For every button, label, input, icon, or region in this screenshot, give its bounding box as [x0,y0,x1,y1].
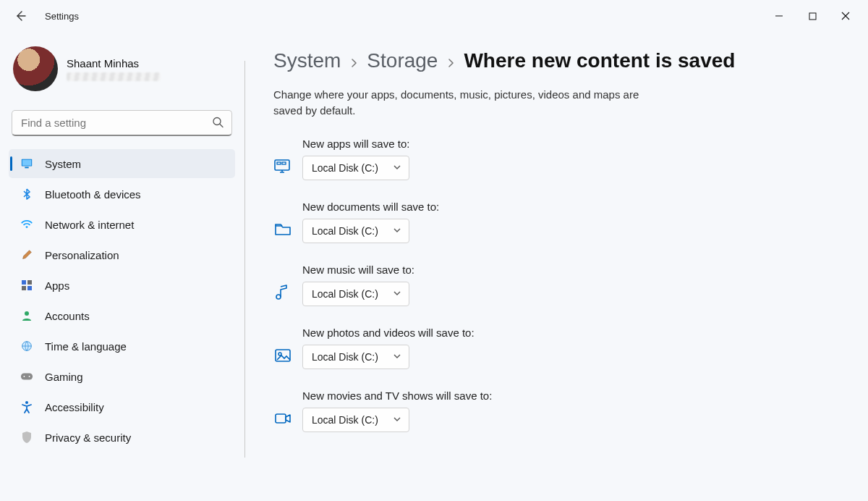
sidebar-item-gaming[interactable]: Gaming [9,362,235,391]
apps-icon [20,279,33,292]
monitor-icon [20,157,33,170]
minimize-icon [775,12,783,20]
window-controls [762,4,862,28]
svg-rect-16 [275,160,289,170]
brush-icon [20,248,33,261]
sidebar-item-accounts[interactable]: Accounts [9,301,235,330]
minimize-button[interactable] [762,4,796,28]
sidebar-item-personalization[interactable]: Personalization [9,240,235,269]
sidebar-item-label: Gaming [45,371,83,383]
select-new-movies[interactable]: Local Disk (C:) [302,408,409,432]
picture-icon [273,346,292,365]
chevron-down-icon [393,288,401,300]
maximize-icon [809,12,817,20]
sidebar-item-bluetooth[interactable]: Bluetooth & devices [9,180,235,209]
sidebar-item-apps[interactable]: Apps [9,271,235,300]
svg-rect-22 [276,414,286,423]
app-title: Settings [45,11,79,22]
setting-new-music: New music will save to: Local Disk (C:) [273,264,839,306]
sidebar-item-label: System [45,158,81,170]
chevron-down-icon [393,414,401,426]
sidebar-item-label: Time & language [45,340,127,353]
page-title: Where new content is saved [464,49,735,72]
select-new-music[interactable]: Local Disk (C:) [302,282,409,306]
accessibility-icon [20,400,33,413]
close-icon [841,12,850,20]
content-divider [244,61,245,458]
setting-new-apps: New apps will save to: Local Disk (C:) [273,138,839,180]
svg-point-1 [213,118,221,125]
page-description: Change where your apps, documents, music… [273,87,650,119]
select-new-apps[interactable]: Local Disk (C:) [302,156,409,180]
titlebar: Settings [0,0,868,32]
select-new-photos[interactable]: Local Disk (C:) [302,345,409,369]
svg-rect-8 [22,286,26,290]
svg-rect-17 [277,162,281,164]
sidebar-item-label: Accessibility [45,401,104,413]
sidebar: Shaant Minhas System Bluetooth & devi [0,32,244,501]
sidebar-item-label: Apps [45,279,69,292]
svg-rect-7 [27,280,32,285]
svg-rect-3 [22,160,32,166]
setting-label: New music will save to: [302,264,414,276]
content-area: System Storage Where new content is save… [244,32,868,501]
sidebar-item-time[interactable]: Time & language [9,332,235,361]
svg-rect-0 [809,13,816,20]
wifi-icon [20,218,33,231]
svg-point-5 [26,226,28,228]
select-value: Local Disk (C:) [312,351,378,363]
bluetooth-icon [20,188,33,201]
sidebar-item-system[interactable]: System [9,149,235,178]
profile-email-blurred [67,72,161,81]
chevron-down-icon [393,162,401,174]
breadcrumb-link-system[interactable]: System [273,49,341,72]
setting-label: New apps will save to: [302,138,409,150]
svg-rect-12 [21,374,33,380]
profile-block[interactable]: Shaant Minhas [9,43,235,98]
sidebar-item-privacy[interactable]: Privacy & security [9,423,235,452]
setting-label: New movies and TV shows will save to: [302,390,492,402]
sidebar-item-label: Network & internet [45,219,134,231]
svg-point-19 [276,295,281,299]
avatar [13,46,58,91]
arrow-left-icon [14,10,26,22]
select-value: Local Disk (C:) [312,414,378,426]
maximize-button[interactable] [796,4,829,28]
close-button[interactable] [829,4,862,28]
svg-rect-4 [25,167,28,169]
sidebar-item-network[interactable]: Network & internet [9,210,235,239]
svg-rect-6 [22,280,26,285]
settings-list: New apps will save to: Local Disk (C:) N… [273,138,839,432]
chevron-down-icon [393,351,401,363]
setting-new-documents: New documents will save to: Local Disk (… [273,201,839,243]
select-value: Local Disk (C:) [312,225,378,237]
setting-label: New documents will save to: [302,201,439,213]
svg-point-10 [25,311,29,316]
sidebar-item-label: Personalization [45,249,119,261]
chevron-down-icon [393,225,401,237]
svg-point-13 [24,376,25,377]
breadcrumb: System Storage Where new content is save… [273,49,839,72]
gamepad-icon [20,370,33,383]
setting-new-photos: New photos and videos will save to: Loca… [273,327,839,369]
sidebar-item-accessibility[interactable]: Accessibility [9,392,235,421]
video-icon [273,409,292,428]
search-box[interactable] [12,110,232,136]
setting-new-movies: New movies and TV shows will save to: Lo… [273,390,839,432]
select-value: Local Disk (C:) [312,162,378,174]
nav-list: System Bluetooth & devices Network & int… [9,146,235,452]
svg-point-15 [25,401,28,404]
select-new-documents[interactable]: Local Disk (C:) [302,219,409,243]
shield-icon [20,431,33,444]
globe-clock-icon [20,340,33,353]
select-value: Local Disk (C:) [312,288,378,300]
sidebar-item-label: Accounts [45,310,90,322]
back-button[interactable] [6,1,35,30]
search-input[interactable] [12,110,232,136]
breadcrumb-link-storage[interactable]: Storage [367,49,438,72]
svg-point-14 [29,376,30,377]
music-icon [273,283,292,302]
setting-label: New photos and videos will save to: [302,327,475,339]
chevron-right-icon [349,58,358,70]
chevron-right-icon [446,58,455,70]
